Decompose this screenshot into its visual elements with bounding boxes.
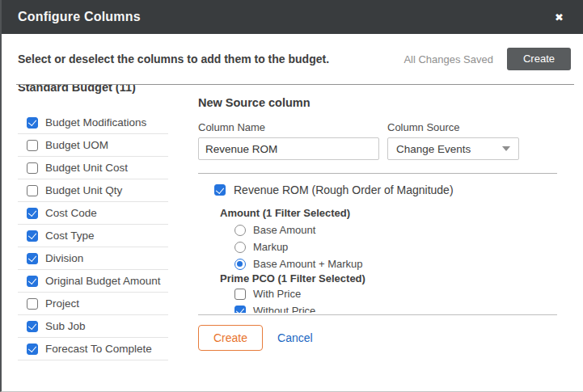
list-item-cost-type[interactable]: Cost Type [18, 225, 168, 247]
list-item-label: Budget Modifications [45, 116, 146, 129]
radio-option-base-amount[interactable]: Base Amount [198, 221, 557, 238]
create-button-top[interactable]: Create [507, 48, 571, 70]
column-source-field-group: Column Source Change Events [387, 121, 519, 160]
list-item-original-budget-amount[interactable]: Original Budget Amount [18, 270, 168, 293]
source-form-row: Column Name Column Source Change Events [198, 121, 557, 160]
radio-option-label: Base Amount + Markup [253, 258, 363, 270]
list-item-label: Budget Unit Cost [45, 162, 128, 174]
radio-icon[interactable] [234, 242, 246, 253]
column-name-input[interactable] [198, 137, 379, 160]
list-item-label: Original Budget Amount [45, 275, 161, 287]
chevron-down-icon [502, 146, 510, 151]
radio-option-base-amount-markup[interactable]: Base Amount + Markup [198, 255, 557, 272]
list-item-label: Cost Code [45, 207, 97, 219]
list-item-project[interactable]: Project [18, 293, 168, 315]
list-item-label: Project [45, 297, 79, 310]
checkbox-icon[interactable] [27, 230, 38, 242]
list-item-label: Budget Unit Qty [45, 184, 122, 196]
list-item-label: Forecast To Complete [45, 343, 152, 355]
amount-group-heading: Amount (1 Filter Selected) [198, 207, 557, 220]
column-group-heading: Standard Budget (11) [18, 85, 168, 94]
list-item-label: Sub Job [45, 320, 86, 332]
radio-icon[interactable] [234, 225, 246, 236]
checkbox-icon[interactable] [234, 306, 246, 314]
column-list-panel: Standard Budget (11) Budget Modification… [18, 85, 168, 360]
dialog-title: Configure Columns [18, 10, 141, 24]
column-source-select[interactable]: Change Events [387, 137, 519, 160]
source-checkbox-label: Revenue ROM (Rough Order of Magnitude) [234, 183, 454, 196]
radio-option-markup[interactable]: Markup [198, 238, 557, 255]
list-item-label: Budget UOM [45, 139, 108, 151]
configure-columns-dialog: Configure Columns ✖ Select or deselect t… [0, 0, 583, 392]
cancel-link[interactable]: Cancel [277, 331, 313, 344]
radio-option-label: Base Amount [253, 224, 315, 236]
checkbox-icon[interactable] [234, 289, 246, 300]
list-item-budget-unit-qty[interactable]: Budget Unit Qty [18, 179, 168, 202]
radio-option-label: Markup [253, 241, 288, 253]
new-source-panel: New Source column Column Name Column Sou… [198, 85, 557, 351]
source-checkbox-row[interactable]: Revenue ROM (Rough Order of Magnitude) [198, 182, 557, 198]
save-status-text: All Changes Saved [403, 53, 493, 65]
column-name-field-group: Column Name [198, 121, 379, 160]
dialog-footer: Create Cancel [198, 325, 557, 351]
checkbox-icon[interactable] [27, 117, 38, 129]
list-item-budget-modifications[interactable]: Budget Modifications [18, 112, 168, 134]
list-item-label: Division [45, 252, 83, 264]
prime-pco-options: With PriceWithout Price [198, 285, 557, 313]
create-button-bottom[interactable]: Create [198, 325, 263, 351]
instruction-text: Select or deselect the columns to add th… [18, 53, 329, 65]
footer-divider [198, 314, 557, 315]
checkbox-icon[interactable] [27, 185, 38, 196]
column-name-label: Column Name [198, 121, 379, 133]
checkbox-icon[interactable] [27, 298, 38, 310]
list-item-forecast-to-complete[interactable]: Forecast To Complete [18, 338, 168, 360]
list-item-division[interactable]: Division [18, 247, 168, 270]
checkbox-icon[interactable] [27, 321, 38, 332]
checkbox-option-without-price[interactable]: Without Price [198, 302, 557, 313]
column-source-value: Change Events [396, 143, 471, 155]
checkbox-icon[interactable] [27, 253, 38, 264]
list-item-sub-job[interactable]: Sub Job [18, 315, 168, 338]
checkbox-icon[interactable] [27, 140, 38, 151]
checkbox-option-with-price[interactable]: With Price [198, 285, 557, 302]
checkbox-icon[interactable] [27, 276, 38, 287]
list-item-label: Cost Type [45, 230, 95, 242]
column-source-label: Column Source [387, 121, 519, 133]
checkbox-icon[interactable] [27, 208, 38, 219]
source-filter-scroll-area[interactable]: Revenue ROM (Rough Order of Magnitude) A… [198, 174, 557, 313]
column-group-heading-wrap: Standard Budget (11) [18, 85, 168, 102]
close-icon[interactable]: ✖ [550, 9, 568, 26]
checkbox-option-label: With Price [253, 288, 301, 300]
dialog-subheader: Select or deselect the columns to add th… [2, 34, 583, 84]
radio-icon[interactable] [234, 259, 246, 270]
dialog-body: Standard Budget (11) Budget Modification… [2, 85, 583, 360]
new-source-heading: New Source column [198, 96, 557, 109]
source-checkbox[interactable] [214, 184, 226, 196]
amount-options: Base AmountMarkupBase Amount + Markup [198, 221, 557, 272]
dialog-titlebar: Configure Columns ✖ [2, 0, 583, 34]
column-checkbox-list: Budget ModificationsBudget UOMBudget Uni… [18, 112, 168, 360]
list-item-budget-uom[interactable]: Budget UOM [18, 134, 168, 157]
list-item-budget-unit-cost[interactable]: Budget Unit Cost [18, 157, 168, 179]
checkbox-icon[interactable] [27, 162, 38, 174]
checkbox-option-label: Without Price [253, 305, 315, 313]
prime-pco-group-heading: Prime PCO (1 Filter Selected) [198, 272, 557, 285]
list-item-cost-code[interactable]: Cost Code [18, 202, 168, 225]
checkbox-icon[interactable] [27, 344, 38, 355]
